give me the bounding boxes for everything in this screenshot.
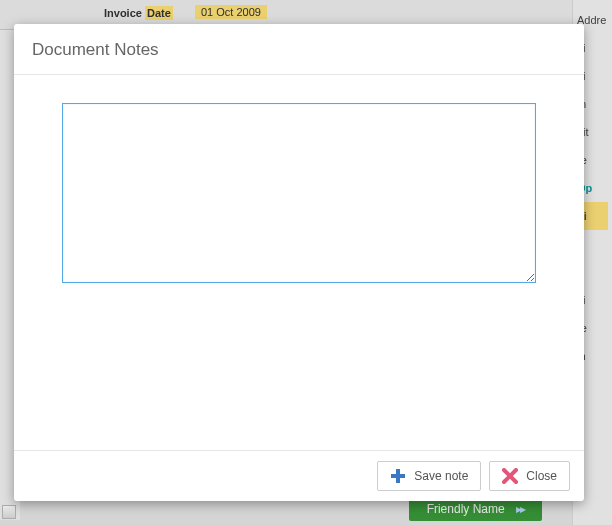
modal-body bbox=[14, 75, 584, 450]
close-label: Close bbox=[526, 469, 557, 483]
save-note-button[interactable]: Save note bbox=[377, 461, 481, 491]
chevrons-icon: ▸▸ bbox=[516, 502, 524, 516]
invoice-date-value: 01 Oct 2009 bbox=[195, 5, 267, 19]
save-note-label: Save note bbox=[414, 469, 468, 483]
svg-rect-1 bbox=[391, 474, 405, 478]
modal-title: Document Notes bbox=[32, 40, 566, 60]
close-icon bbox=[502, 468, 518, 484]
modal-header: Document Notes bbox=[14, 24, 584, 75]
invoice-date-label: Invoice Date bbox=[100, 5, 177, 21]
friendly-name-label: Friendly Name bbox=[427, 502, 505, 516]
modal-footer: Save note Close bbox=[14, 450, 584, 501]
close-button[interactable]: Close bbox=[489, 461, 570, 491]
notes-textarea[interactable] bbox=[62, 103, 536, 283]
plus-icon bbox=[390, 468, 406, 484]
invoice-label-highlight: Date bbox=[145, 6, 173, 20]
document-notes-modal: Document Notes Save note Close bbox=[14, 24, 584, 501]
invoice-label-prefix: Invoice bbox=[104, 7, 145, 19]
bg-small-icon bbox=[2, 505, 16, 519]
